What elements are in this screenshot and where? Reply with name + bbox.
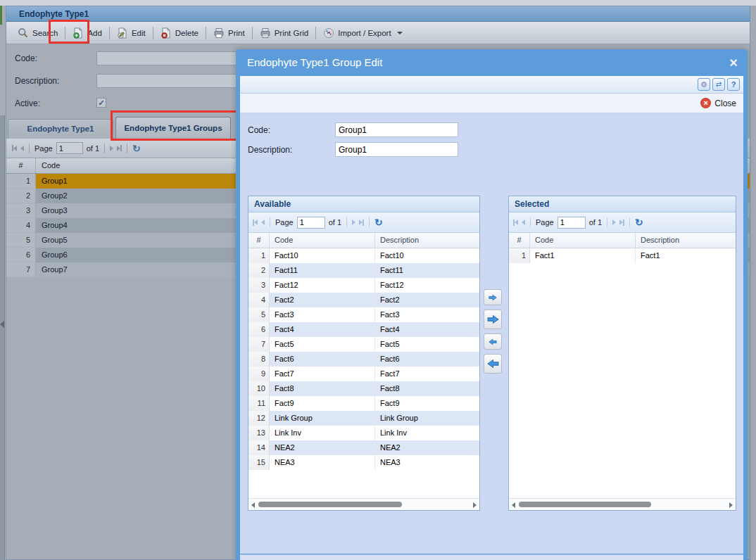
search-icon — [18, 27, 29, 39]
move-left-button[interactable] — [484, 333, 502, 350]
scroll-left-arrow-icon[interactable] — [251, 502, 255, 508]
table-row[interactable]: 11 Fact9 Fact9 — [248, 396, 479, 411]
code-label: Code: — [15, 53, 37, 63]
table-row[interactable]: 4 Fact2 Fact2 — [248, 293, 479, 307]
page-edge-sliver — [0, 6, 2, 25]
page-input[interactable] — [297, 217, 325, 229]
description-label: Description: — [15, 76, 59, 86]
refresh-icon[interactable]: ↻ — [635, 217, 643, 227]
h-scrollbar[interactable] — [248, 498, 479, 510]
page-label: Page — [34, 144, 53, 153]
tab-endophyte-type1[interactable]: Endophyte Type1 — [8, 119, 113, 139]
last-page-button[interactable] — [117, 145, 122, 151]
dialog-icon-toolbar: ⚙ ⇄ ? — [240, 76, 743, 94]
collapse-arrow-icon — [0, 321, 4, 328]
page-input[interactable] — [56, 142, 83, 154]
scroll-left-arrow-icon[interactable] — [512, 502, 515, 508]
arrow-right-small-icon — [489, 294, 497, 301]
move-all-left-button[interactable] — [484, 354, 502, 374]
table-row[interactable]: 7 Fact5 Fact5 — [248, 337, 479, 352]
column-header-num[interactable]: # — [509, 233, 530, 248]
dialog-close-toolbar: × Close — [240, 94, 743, 113]
dropdown-caret-icon — [397, 32, 403, 34]
scroll-thumb[interactable] — [519, 502, 651, 507]
column-header-description[interactable]: Description — [636, 233, 736, 248]
dialog-title: Endophyte Type1 Group Edit — [247, 49, 382, 76]
prev-page-button[interactable] — [261, 219, 265, 225]
h-scrollbar[interactable] — [509, 498, 736, 510]
print-button[interactable]: Print — [208, 25, 251, 42]
edit-button[interactable]: Edit — [111, 25, 151, 42]
first-page-button[interactable] — [513, 219, 518, 226]
first-page-button[interactable] — [12, 145, 17, 151]
table-row[interactable]: 8 Fact6 Fact6 — [248, 352, 479, 367]
import-export-icon — [323, 27, 334, 39]
sync-icon[interactable]: ⇄ — [712, 78, 725, 91]
move-right-button[interactable] — [484, 289, 502, 305]
close-circle-icon: × — [700, 98, 711, 108]
scroll-thumb[interactable] — [258, 502, 402, 507]
print-grid-button[interactable]: Print Grid — [254, 25, 315, 42]
active-label: Active: — [15, 98, 40, 108]
dialog-close-x-icon[interactable]: × — [729, 53, 738, 72]
table-row[interactable]: 13 Link Inv Link Inv — [248, 426, 479, 440]
refresh-icon[interactable]: ↻ — [132, 144, 141, 153]
page-input[interactable] — [557, 217, 586, 229]
next-page-button[interactable] — [612, 219, 616, 225]
table-row[interactable]: 9 Fact7 Fact7 — [248, 367, 479, 381]
prev-page-button[interactable] — [522, 219, 525, 225]
table-row[interactable]: 1 Fact10 Fact10 — [248, 248, 479, 263]
column-header-num[interactable]: # — [6, 158, 36, 173]
table-row[interactable]: 3 Fact12 Fact12 — [248, 278, 479, 293]
arrow-right-large-icon — [487, 314, 499, 324]
first-page-button[interactable] — [253, 219, 258, 226]
table-row[interactable]: 5 Fact3 Fact3 — [248, 307, 479, 322]
dialog-body: Code: Description: Available Page of 1 — [240, 113, 743, 554]
next-page-button[interactable] — [352, 219, 355, 225]
annotation-box-groups-tab — [111, 110, 239, 141]
active-checkbox[interactable]: ✓ — [96, 98, 106, 108]
table-row[interactable]: 14 NEA2 NEA2 — [248, 440, 479, 455]
annotation-box-add-button — [49, 20, 89, 44]
collapse-panel-strip[interactable] — [0, 115, 5, 560]
table-row[interactable]: 15 NEA3 NEA3 — [248, 455, 479, 470]
column-header-description[interactable]: Description — [375, 233, 479, 248]
selected-grid-header: # Code Description — [509, 233, 736, 248]
page-right-strip — [750, 6, 756, 560]
last-page-button[interactable] — [359, 219, 364, 226]
arrow-left-large-icon — [487, 359, 499, 369]
print-icon — [213, 27, 225, 39]
page-of-label: of 1 — [329, 218, 341, 227]
main-toolbar: Search Add Edit Delete P — [6, 22, 750, 44]
settings-icon[interactable]: ⚙ — [698, 78, 710, 91]
move-all-right-button[interactable] — [484, 310, 502, 329]
next-page-button[interactable] — [110, 146, 113, 151]
help-icon[interactable]: ? — [727, 78, 740, 91]
scroll-right-arrow-icon[interactable] — [473, 502, 477, 508]
table-row[interactable]: 10 Fact8 Fact8 — [248, 381, 479, 396]
column-header-num[interactable]: # — [248, 233, 270, 248]
last-page-button[interactable] — [619, 219, 624, 226]
table-row[interactable]: 2 Fact11 Fact11 — [248, 263, 479, 278]
close-button-top[interactable]: × Close — [700, 98, 736, 108]
delete-icon — [160, 27, 172, 39]
table-row[interactable]: 12 Link Group Link Group — [248, 411, 479, 426]
table-row[interactable]: 6 Fact4 Fact4 — [248, 322, 479, 337]
dialog-description-label: Description: — [248, 145, 292, 155]
edit-icon — [117, 27, 128, 39]
column-header-code[interactable]: Code — [270, 233, 375, 248]
table-row[interactable]: 1 Fact1 Fact1 — [509, 248, 736, 263]
import-export-button[interactable]: Import / Export — [317, 25, 408, 42]
dialog-code-input[interactable] — [335, 122, 458, 137]
delete-button[interactable]: Delete — [155, 25, 204, 42]
prev-page-button[interactable] — [20, 146, 24, 151]
column-header-code[interactable]: Code — [530, 233, 636, 248]
selected-paging-toolbar: Page of 1 ↻ — [509, 212, 736, 233]
arrow-left-small-icon — [489, 338, 497, 345]
available-grid-header: # Code Description — [248, 233, 479, 248]
available-paging-toolbar: Page of 1 ↻ — [248, 212, 479, 233]
scroll-right-arrow-icon[interactable] — [729, 502, 733, 508]
refresh-icon[interactable]: ↻ — [374, 217, 383, 227]
available-panel: Available Page of 1 ↻ # Code — [248, 196, 480, 511]
dialog-description-input[interactable] — [335, 142, 458, 157]
